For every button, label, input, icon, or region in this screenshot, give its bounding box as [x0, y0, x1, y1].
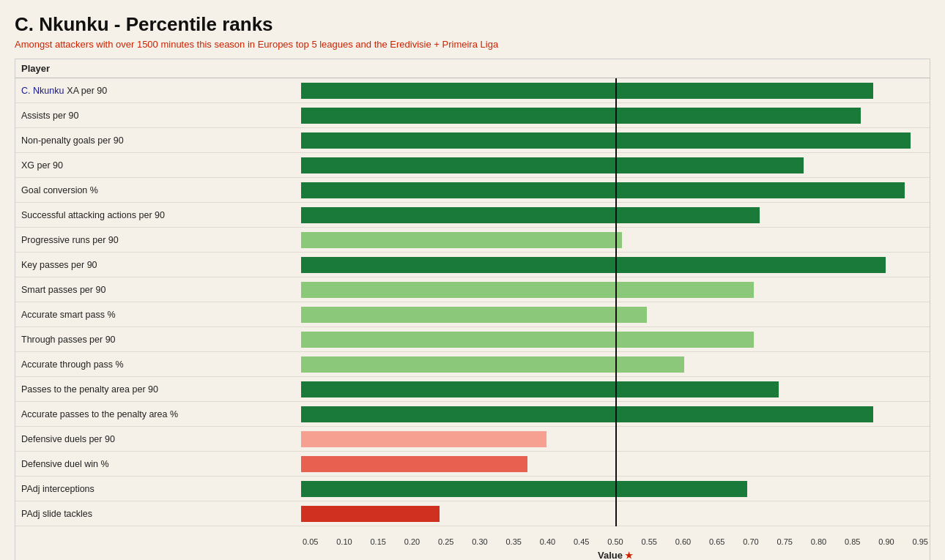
axis-label: 0.20 — [404, 537, 420, 546]
metric-label: Smart passes per 90 — [21, 285, 105, 295]
row-label: PAdj interceptions — [15, 484, 301, 494]
row-label: XG per 90 — [15, 160, 301, 171]
row-label: Accurate passes to the penalty area % — [15, 409, 301, 419]
table-row: PAdj slide tackles — [15, 501, 930, 526]
axis-label: 0.60 — [675, 537, 691, 546]
bar-wrapper — [301, 504, 930, 523]
bar — [301, 108, 861, 124]
metric-label: Assists per 90 — [21, 111, 79, 121]
metric-label: XG per 90 — [21, 160, 63, 171]
star-icon: ★ — [625, 550, 633, 560]
bar-wrapper — [301, 81, 930, 100]
metric-label: Goal conversion % — [21, 185, 98, 195]
bar-wrapper — [301, 305, 930, 324]
axis-title: Value★ — [301, 550, 930, 560]
bar — [301, 282, 754, 298]
table-row: Accurate passes to the penalty area % — [15, 402, 930, 427]
bar-wrapper — [301, 455, 930, 474]
row-label: Non-penalty goals per 90 — [15, 135, 301, 146]
bar-cell — [301, 78, 930, 102]
axis-label: 0.50 — [607, 537, 623, 546]
player-name: C. Nkunku — [21, 86, 64, 96]
bar — [301, 332, 754, 348]
bar — [301, 356, 684, 373]
row-label: Through passes per 90 — [15, 335, 301, 345]
axis-label: 0.45 — [574, 537, 589, 546]
row-label: Progressive runs per 90 — [15, 235, 301, 245]
table-row: Defensive duels per 90 — [15, 427, 930, 452]
bar-wrapper — [301, 355, 930, 374]
bar — [301, 182, 905, 198]
bar-cell — [301, 153, 930, 177]
table-row: Successful attacking actions per 90 — [15, 203, 930, 228]
subtitle: Amongst attackers with over 1500 minutes… — [15, 39, 930, 50]
table-row: Smart passes per 90 — [15, 277, 930, 302]
axis-label: 0.10 — [336, 537, 352, 546]
axis-label: 0.70 — [743, 537, 758, 546]
bar-cell — [301, 103, 930, 127]
metric-label: Accurate passes to the penalty area % — [21, 409, 178, 419]
axis-label: 0.40 — [540, 537, 555, 546]
table-row: Progressive runs per 90 — [15, 228, 930, 253]
row-label: Accurate through pass % — [15, 359, 301, 370]
table-row: Non-penalty goals per 90 — [15, 128, 930, 153]
axis-label: 0.95 — [913, 537, 928, 546]
table-row: Key passes per 90 — [15, 253, 930, 277]
metric-label: Non-penalty goals per 90 — [21, 135, 124, 146]
row-label: Assists per 90 — [15, 111, 301, 121]
bar-cell — [301, 128, 930, 152]
bar-cell — [301, 477, 930, 501]
bars-area: C. NkunkuXA per 90Assists per 90Non-pena… — [15, 78, 930, 526]
table-row: PAdj interceptions — [15, 477, 930, 501]
axis-label: 0.05 — [303, 537, 318, 546]
bar — [301, 207, 760, 223]
bar — [301, 257, 886, 273]
row-label: Successful attacking actions per 90 — [15, 210, 301, 220]
metric-label: Progressive runs per 90 — [21, 235, 119, 245]
metric-label: XA per 90 — [67, 86, 107, 96]
bar-cell — [301, 377, 930, 401]
bar — [301, 406, 873, 422]
metric-label: Accurate through pass % — [21, 359, 124, 370]
bar — [301, 132, 911, 149]
axis-label: 0.65 — [709, 537, 724, 546]
table-row: Through passes per 90 — [15, 327, 930, 352]
table-row: Defensive duel win % — [15, 452, 930, 477]
bar — [301, 381, 779, 397]
bar-wrapper — [301, 330, 930, 349]
chart-container: Player C. NkunkuXA per 90Assists per 90N… — [15, 59, 930, 560]
axis-label: 0.15 — [371, 537, 386, 546]
bar-cell — [301, 203, 930, 227]
axis-row: 0.050.100.150.200.250.300.350.400.450.50… — [15, 526, 930, 548]
page-title: C. Nkunku - Percentile ranks — [15, 13, 930, 36]
bar — [301, 83, 873, 99]
table-row: Passes to the penalty area per 90 — [15, 377, 930, 402]
row-label: Key passes per 90 — [15, 260, 301, 270]
bar — [301, 506, 440, 522]
bar-cell — [301, 277, 930, 302]
row-label: C. NkunkuXA per 90 — [15, 86, 301, 96]
bar-cell — [301, 178, 930, 202]
table-row: Assists per 90 — [15, 103, 930, 128]
metric-label: Accurate smart pass % — [21, 310, 116, 320]
bar — [301, 481, 747, 497]
axis-title-row: Value★ — [15, 550, 930, 560]
metric-label: Defensive duels per 90 — [21, 434, 115, 444]
bar-cell — [301, 501, 930, 526]
axis-label: 0.55 — [642, 537, 657, 546]
metric-label: PAdj slide tackles — [21, 509, 92, 519]
bar-wrapper — [301, 181, 930, 200]
row-label: Goal conversion % — [15, 185, 301, 195]
metric-label: Through passes per 90 — [21, 335, 116, 345]
rows-wrapper: C. NkunkuXA per 90Assists per 90Non-pena… — [15, 78, 930, 526]
bar-wrapper — [301, 131, 930, 150]
bar-wrapper — [301, 280, 930, 299]
bar-wrapper — [301, 106, 930, 125]
table-row: XG per 90 — [15, 153, 930, 178]
bar-cell — [301, 228, 930, 252]
axis-labels: 0.050.100.150.200.250.300.350.400.450.50… — [301, 537, 930, 546]
row-label: Smart passes per 90 — [15, 285, 301, 295]
bar-wrapper — [301, 231, 930, 250]
table-row: Accurate through pass % — [15, 352, 930, 377]
row-label: PAdj slide tackles — [15, 509, 301, 519]
